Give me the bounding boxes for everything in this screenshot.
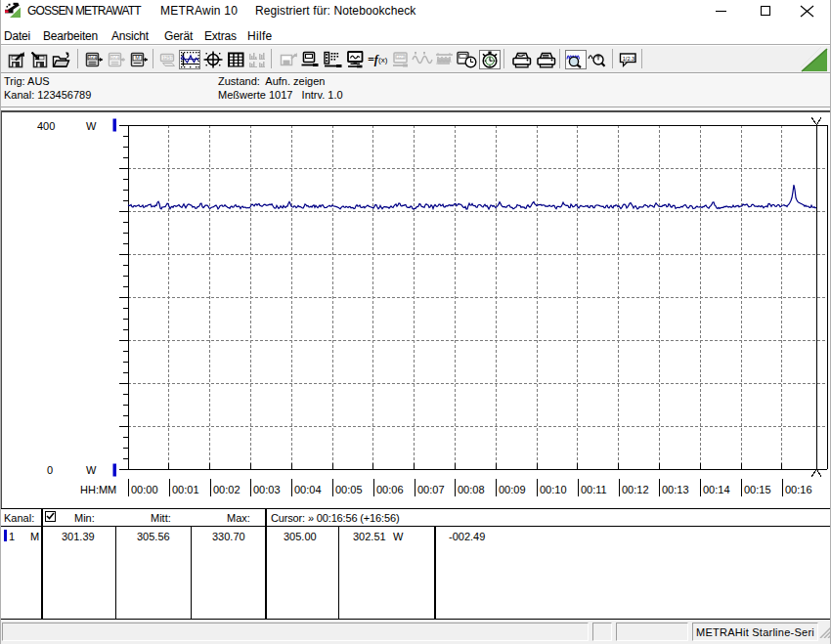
svg-text:321: 321 [88, 55, 96, 60]
svg-text:1/2.3: 1/2.3 [623, 56, 634, 62]
svg-text:321: 321 [110, 55, 118, 60]
svg-text:321: 321 [397, 55, 405, 60]
svg-text:(x): (x) [378, 56, 388, 64]
svg-text:M: M [135, 55, 140, 61]
svg-text:1257: 1257 [162, 56, 173, 61]
